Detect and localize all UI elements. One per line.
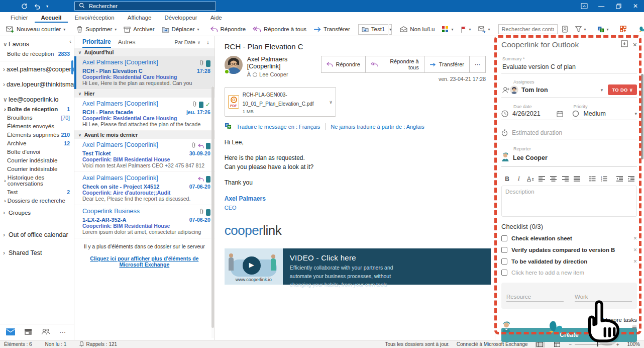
folder-pane-scrollbar[interactable]	[71, 60, 73, 74]
folder-junk-2[interactable]: Courrier indésirable	[0, 164, 74, 173]
tab-developpeur[interactable]: Développeur	[158, 14, 203, 23]
banner-title[interactable]: VIDEO - Click here	[290, 252, 484, 264]
calendar-nav-icon[interactable]	[24, 328, 32, 336]
tab-autres[interactable]: Autres	[118, 37, 136, 47]
signature-name[interactable]: Axel Palmaers	[225, 195, 486, 203]
tab-affichage[interactable]: Affichage	[121, 14, 158, 23]
quickstep-test1[interactable]: Test1	[358, 24, 389, 35]
email-row-3[interactable]: Axel Palmaers [Cooperlink] Test Ticket30…	[74, 139, 214, 172]
translate-to-link[interactable]: Traduire le message en : Français	[237, 124, 320, 130]
folder-test[interactable]: Test2	[0, 188, 74, 196]
summary-value[interactable]: Evaluate version C of plan	[502, 63, 637, 70]
assignee-name[interactable]: Tom Iron	[521, 86, 548, 94]
account-out-of-office[interactable]: ›Out of office calendar	[0, 230, 74, 240]
folder-archive[interactable]: Archive12	[0, 139, 74, 147]
account-shared-test[interactable]: ›Shared Test	[0, 248, 74, 258]
tab-prioritaire[interactable]: Prioritaire	[82, 37, 111, 48]
collapse-folder-pane-icon[interactable]: ‹	[69, 38, 71, 44]
folder-favorites-inbox[interactable]: Boîte de réception2833	[0, 49, 74, 58]
group-older[interactable]: ∨Avant le mois dernier	[74, 131, 214, 139]
indent-icon[interactable]	[625, 176, 637, 182]
translate-button[interactable]: a文 ▾	[594, 25, 612, 34]
priority-dropdown-icon[interactable]: ▾	[634, 111, 637, 116]
unread-read-button[interactable]: Non lu/Lu	[397, 25, 438, 34]
email-row-2[interactable]: Axel Palmaers [Cooperlink] ✓ RCH - Plans…	[74, 98, 214, 131]
quickstep-dropdown[interactable]: ▾	[389, 24, 392, 35]
forward-action-button[interactable]: Transférer	[424, 56, 470, 73]
follow-up-button[interactable]: ▾	[458, 25, 474, 34]
reply-action-button[interactable]: Répondre	[321, 56, 366, 73]
collaborative-email-button[interactable]: Collaborative email	[635, 24, 644, 34]
reply-all-button[interactable]: Répondre à tous	[250, 25, 309, 34]
minimize-button[interactable]: —	[593, 0, 610, 12]
tab-aide[interactable]: Aide	[204, 14, 229, 23]
reply-button[interactable]: Répondre	[207, 25, 249, 34]
restore-button[interactable]	[610, 0, 627, 12]
email-row-5[interactable]: Cooperlink Business 1-EX-2-AR-352-A07-06…	[74, 205, 214, 238]
checkbox[interactable]	[501, 235, 507, 241]
task-pane-scrollbar[interactable]	[641, 74, 643, 159]
folder-deleted[interactable]: Éléments supprimés210	[0, 130, 74, 139]
priority-value[interactable]: Medium	[583, 110, 605, 117]
folder-search-folders[interactable]: ›Dossiers de recherche	[0, 196, 74, 205]
pin-pane-icon[interactable]	[621, 40, 628, 49]
forward-button[interactable]: Transférer	[310, 25, 353, 34]
tab-envoi-reception[interactable]: Envoi/réception	[68, 14, 121, 23]
filter-email-button[interactable]: ▾	[572, 25, 589, 34]
remove-item-icon[interactable]: ×	[633, 258, 637, 265]
address-book-button[interactable]	[559, 24, 571, 34]
justify-icon[interactable]	[571, 176, 583, 182]
checkbox[interactable]	[501, 258, 507, 265]
tab-fichier[interactable]: Fichier	[4, 14, 35, 23]
cooperlink-butterfly-logo[interactable]	[546, 319, 563, 336]
profile-avatar[interactable]	[501, 321, 511, 335]
summary-field[interactable]: Summary * Evaluate version C of plan	[501, 56, 637, 73]
message-more-button[interactable]: ⋯	[469, 56, 486, 73]
rules-button[interactable]: ▾	[475, 25, 493, 34]
qat-customize-icon[interactable]: ▾	[46, 4, 48, 9]
due-date-field[interactable]: 4/26/2021	[501, 110, 563, 120]
new-mail-button[interactable]: Nouveau courrier▾	[3, 24, 68, 34]
video-banner[interactable]: ▶ www.cooperlink.io VIDEO - Click here E…	[225, 248, 491, 285]
delete-button[interactable]: Supprimer▾	[73, 24, 120, 34]
ribbon-display-options-icon[interactable]	[576, 0, 593, 12]
people-nav-icon[interactable]	[41, 328, 50, 336]
outdent-icon[interactable]	[614, 176, 625, 182]
reply-all-action-button[interactable]: Répondre à tous	[365, 56, 424, 73]
folder-inbox[interactable]: ›Boîte de réception1	[0, 105, 74, 113]
recipient-name[interactable]: Lee Cooper	[259, 71, 288, 77]
align-center-icon[interactable]	[548, 176, 559, 182]
assignee-dropdown-icon[interactable]: ▾	[601, 88, 603, 93]
attachment-chip[interactable]: GPDF RCH-PLA-GEN003-10_01_P_Plan_Elevati…	[225, 87, 336, 117]
show-more-exchange-link[interactable]: Cliquez ici pour afficher plus d'élément…	[79, 255, 209, 268]
favorites-header[interactable]: ∨Favoris	[0, 39, 74, 49]
bold-button[interactable]: B	[501, 176, 513, 183]
search-bar[interactable]: Rechercher	[74, 2, 216, 11]
folder-drafts[interactable]: Brouillons[70]	[0, 113, 74, 122]
font-color-button[interactable]: A▾	[524, 176, 536, 183]
sender-name[interactable]: Axel Palmaers [Cooperlink]	[247, 56, 321, 70]
list-scrollbar[interactable]	[211, 86, 214, 338]
remove-item-icon[interactable]: ×	[633, 235, 637, 242]
resource-input[interactable]: Resource	[506, 294, 564, 302]
italic-button[interactable]: I	[513, 175, 524, 183]
folder-conversation-history[interactable]: ›Historique des conversations	[0, 173, 74, 188]
group-today[interactable]: ∨Aujourd'hui	[74, 48, 214, 56]
calendar-picker-icon[interactable]	[557, 111, 563, 117]
due-date-value[interactable]: 4/26/2021	[512, 110, 541, 117]
work-input[interactable]: Work	[575, 294, 632, 302]
folder-outbox[interactable]: Boîte d'envoi	[0, 147, 74, 156]
remove-item-icon[interactable]: ×	[633, 246, 637, 253]
bullet-list-icon[interactable]	[587, 176, 598, 182]
sort-direction-icon[interactable]: ↓	[206, 39, 209, 46]
archive-button[interactable]: Archiver	[121, 25, 157, 34]
account-lee[interactable]: ∨lee@cooperlink.io	[0, 95, 74, 105]
close-pane-icon[interactable]: ×	[633, 41, 637, 49]
mail-nav-icon[interactable]	[6, 328, 15, 336]
undo-icon[interactable]	[34, 3, 40, 10]
sender-avatar[interactable]	[225, 56, 243, 74]
folder-sent[interactable]: Éléments envoyés	[0, 122, 74, 130]
tab-accueil[interactable]: Accueil	[35, 14, 68, 23]
nav-more-icon[interactable]: ⋯	[59, 328, 66, 336]
checkbox[interactable]	[501, 247, 507, 253]
